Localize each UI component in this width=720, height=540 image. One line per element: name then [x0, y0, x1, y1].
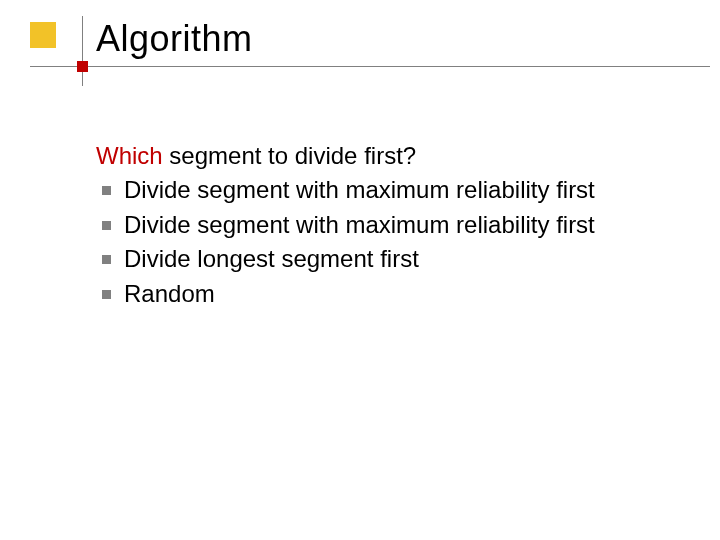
list-item: Divide segment with maximum reliability … — [124, 209, 700, 241]
decor-yellow-square — [30, 22, 56, 48]
slide-content: Which segment to divide first? Divide se… — [96, 140, 700, 312]
slide-decor — [30, 16, 100, 86]
list-item: Random — [124, 278, 700, 310]
list-item: Divide longest segment first — [124, 243, 700, 275]
decor-horizontal-line — [30, 66, 710, 67]
bullet-list: Divide segment with maximum reliability … — [96, 174, 700, 310]
question-line: Which segment to divide first? — [96, 140, 700, 172]
question-first-word: Which — [96, 142, 163, 169]
decor-vertical-line — [82, 16, 83, 86]
decor-red-square — [77, 61, 88, 72]
list-item: Divide segment with maximum reliability … — [124, 174, 700, 206]
question-rest: segment to divide first? — [163, 142, 416, 169]
slide-title: Algorithm — [96, 18, 253, 60]
